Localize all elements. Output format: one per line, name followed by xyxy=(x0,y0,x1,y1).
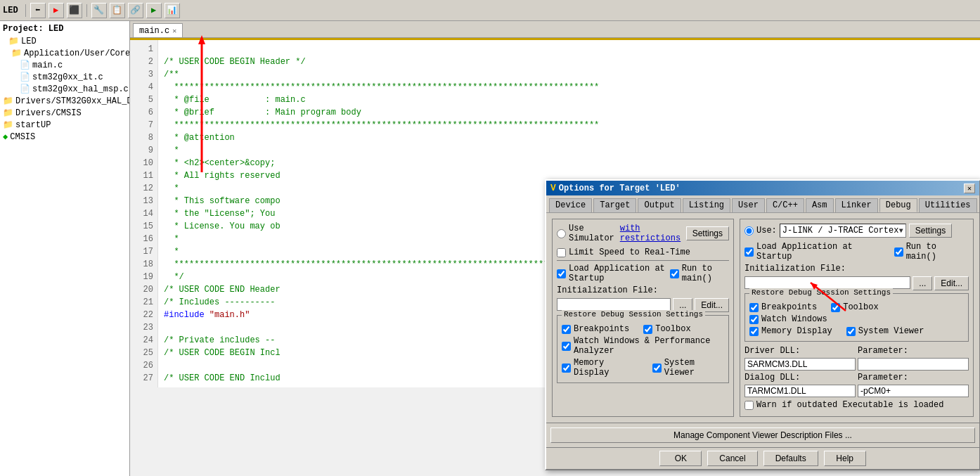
init-edit-btn-right[interactable]: Edit... xyxy=(934,276,969,290)
driver-dll-param-label: Parameter: xyxy=(858,346,969,356)
toolbar-btn-stop[interactable]: ⬛ xyxy=(67,3,82,18)
dialog-tab-user[interactable]: User xyxy=(732,198,765,212)
load-app-row-right: Load Application at Startup Run to main(… xyxy=(744,242,969,262)
file-icon-main: 📄 xyxy=(20,60,30,70)
dialog-left-col: Use Simulator with restrictions Settings… xyxy=(552,219,734,417)
sidebar-item-drivers-cmsis[interactable]: 📁 Drivers/CMSIS xyxy=(0,107,129,119)
memory-row-left: Memory Display System Viewer xyxy=(562,358,724,378)
sidebar-item-cmsis[interactable]: ◆ CMSIS xyxy=(0,131,129,143)
watch-windows-row-right: Watch Windows xyxy=(749,314,964,324)
dialog-tab-asm[interactable]: Asm xyxy=(806,198,834,212)
system-viewer-checkbox-left[interactable] xyxy=(652,364,662,373)
tab-close-btn[interactable]: ✕ xyxy=(172,27,176,35)
init-browse-btn-right[interactable]: ... xyxy=(913,276,932,290)
memory-row-right: Memory Display System Viewer xyxy=(749,326,964,336)
breakpoints-checkbox-right[interactable] xyxy=(749,303,759,312)
toolbox-checkbox-left[interactable] xyxy=(643,325,652,334)
defaults-button[interactable]: Defaults xyxy=(763,451,818,466)
toolbar-btn-copy[interactable]: 📋 xyxy=(110,3,125,18)
sidebar-item-drivers-hal[interactable]: 📁 Drivers/STM32G0xx_HAL_Dri xyxy=(0,95,129,107)
toolbar-btn-play[interactable]: ▶ xyxy=(49,3,64,18)
warn-label-right: Warn if outdated Executable is loaded xyxy=(756,400,943,410)
watch-windows-label-left: Watch Windows & Performance Analyzer xyxy=(574,336,724,356)
system-viewer-label-right: System Viewer xyxy=(858,326,924,336)
sidebar-item-stm-it[interactable]: 📄 stm32g0xx_it.c xyxy=(0,71,129,83)
toolbox-label-right: Toolbox xyxy=(843,302,878,312)
dialog-tab-utilities[interactable]: Utilities xyxy=(919,198,977,212)
run-to-main-checkbox-right[interactable] xyxy=(894,247,903,257)
dialog-dll-input2[interactable]: TARMCM1.DLL xyxy=(744,385,856,397)
folder-icon-app: 📁 xyxy=(11,48,22,58)
toolbar-btn-link[interactable]: 🔗 xyxy=(128,3,143,18)
use-settings-btn[interactable]: Settings xyxy=(909,224,952,238)
cancel-button[interactable]: Cancel xyxy=(707,451,757,466)
help-button[interactable]: Help xyxy=(824,451,866,466)
toolbar-btn-chart[interactable]: 📊 xyxy=(165,3,180,18)
dialog-body: Use Simulator with restrictions Settings… xyxy=(546,213,979,423)
dialog-title-bar[interactable]: V Options for Target 'LED' ✕ xyxy=(546,181,979,195)
sidebar-item-startup[interactable]: 📁 startUP xyxy=(0,119,129,131)
init-file-input-right[interactable] xyxy=(744,276,910,289)
dialog-close-button[interactable]: ✕ xyxy=(964,184,975,193)
breakpoints-checkbox-left[interactable] xyxy=(562,325,571,334)
system-viewer-checkbox-right[interactable] xyxy=(846,327,856,336)
simulator-label: Use Simulator xyxy=(569,224,617,243)
limit-speed-checkbox[interactable] xyxy=(557,248,566,257)
dialog-tab-target[interactable]: Target xyxy=(593,198,636,212)
simulator-radio[interactable] xyxy=(557,229,566,238)
toolbox-checkbox-right[interactable] xyxy=(831,303,840,312)
dropdown-arrow-icon: ▼ xyxy=(899,227,903,235)
sidebar-item-main-c[interactable]: 📄 main.c xyxy=(0,59,129,71)
watch-windows-checkbox-left[interactable] xyxy=(562,342,571,351)
sidebar-item-led[interactable]: 📁 LED xyxy=(0,35,129,47)
dialog-tab-listing[interactable]: Listing xyxy=(683,198,730,212)
tab-bar: main.c ✕ xyxy=(130,21,980,38)
warn-row-right: Warn if outdated Executable is loaded xyxy=(744,400,969,410)
warn-checkbox-right[interactable] xyxy=(744,401,754,410)
sidebar-item-app-user-core[interactable]: 📁 Application/User/Core xyxy=(0,47,129,59)
dialog-tab-cpp[interactable]: C/C++ xyxy=(766,198,804,212)
restore-group-title-left: Restore Debug Session Settings xyxy=(562,310,705,319)
memory-display-checkbox-right[interactable] xyxy=(749,327,759,336)
dialog-title-text: Options for Target 'LED' xyxy=(559,184,681,193)
load-app-label: Load Application at Startup xyxy=(569,264,667,283)
load-app-label-right: Load Application at Startup xyxy=(756,242,887,262)
dialog-options: V Options for Target 'LED' ✕ Device Targ… xyxy=(545,179,980,470)
memory-display-checkbox-left[interactable] xyxy=(562,364,571,373)
init-file-label-right: Initialization File: xyxy=(744,264,969,274)
use-radio[interactable] xyxy=(744,226,754,236)
toolbar-btn-run[interactable]: ▶ xyxy=(146,3,162,18)
driver-dll-input[interactable]: SARMCM3.DLL xyxy=(744,358,856,371)
use-row: Use: J-LINK / J-TRACE Cortex ▼ Settings xyxy=(744,224,969,238)
toolbar-sep-1 xyxy=(25,4,26,17)
dialog-right-col: Use: J-LINK / J-TRACE Cortex ▼ Settings xyxy=(740,219,974,417)
dialog-tab-debug[interactable]: Debug xyxy=(879,198,917,212)
file-icon-it: 📄 xyxy=(20,72,30,82)
driver-dll-param-input[interactable] xyxy=(858,358,969,371)
restore-group-left: Restore Debug Session Settings Breakpoin… xyxy=(557,315,729,383)
run-to-main-checkbox[interactable] xyxy=(670,269,679,278)
dialog-tab-output[interactable]: Output xyxy=(638,198,681,212)
dialog-dll-param-input2[interactable]: -pCM0+ xyxy=(858,385,969,397)
simulator-link[interactable]: with restrictions xyxy=(620,224,683,243)
dialog-tab-device[interactable]: Device xyxy=(549,198,592,212)
load-app-checkbox[interactable] xyxy=(557,269,566,278)
toolbar-btn-back[interactable]: ⬅ xyxy=(30,3,46,18)
manage-btn[interactable]: Manage Component Viewer Description File… xyxy=(550,427,975,443)
sidebar-item-stm-hal-msp[interactable]: 📄 stm32g0xx_hal_msp.c xyxy=(0,83,129,95)
tab-main-c[interactable]: main.c ✕ xyxy=(133,23,183,37)
restore-group-title-right: Restore Debug Session Settings xyxy=(749,288,893,297)
toolbar-btn-build[interactable]: 🔧 xyxy=(91,3,107,18)
init-file-input[interactable] xyxy=(557,298,671,311)
simulator-row: Use Simulator with restrictions Settings xyxy=(557,224,729,243)
tab-label: main.c xyxy=(139,26,169,36)
watch-windows-checkbox-right[interactable] xyxy=(749,315,759,324)
driver-dll-label: Driver DLL: xyxy=(744,346,856,356)
load-app-checkbox-right[interactable] xyxy=(744,247,754,257)
simulator-settings-btn[interactable]: Settings xyxy=(686,226,729,240)
dialog-tab-linker[interactable]: Linker xyxy=(835,198,878,212)
main-container: Project: LED 📁 LED 📁 Application/User/Co… xyxy=(0,21,980,476)
ok-button[interactable]: OK xyxy=(659,451,702,466)
dialog-footer: OK Cancel Defaults Help xyxy=(546,447,979,469)
use-dropdown[interactable]: J-LINK / J-TRACE Cortex ▼ xyxy=(780,224,906,238)
